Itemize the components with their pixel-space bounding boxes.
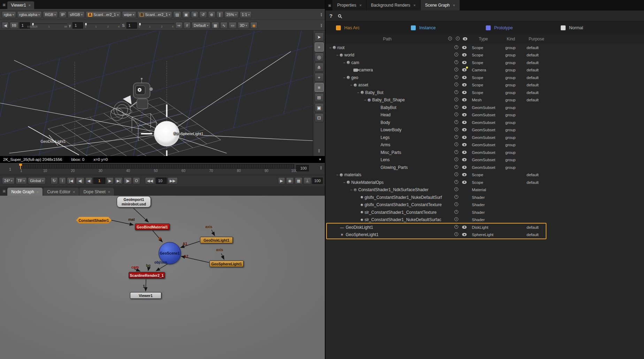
saturation-slider[interactable]: 0 1 2 4 — [138, 22, 174, 29]
more-toolbar-chevron-icon[interactable]: ∨∨ — [320, 13, 323, 16]
close-icon[interactable]: × — [413, 3, 415, 7]
stopwatch-icon[interactable] — [448, 37, 452, 41]
in-point-button[interactable]: I — [59, 177, 66, 184]
prev-frame-button[interactable]: ◀ — [85, 177, 92, 184]
playhead[interactable] — [20, 164, 21, 169]
view-mode-select[interactable]: 3D▾ — [238, 22, 249, 29]
time-toggle-icon[interactable] — [454, 45, 458, 50]
timeline-track[interactable] — [20, 164, 294, 169]
downrez-select[interactable]: Default▾ — [192, 22, 210, 29]
input-process-button[interactable]: IP — [59, 11, 67, 18]
visibility-toggle-icon[interactable] — [462, 142, 467, 147]
scene-graph-row[interactable]: slr_ConstantShader1_NukeDefaultSurfac Sh… — [325, 216, 644, 224]
visibility-toggle-icon[interactable] — [462, 112, 467, 117]
node-geoimport1[interactable]: GeoImport1 minirobot.usd — [117, 196, 151, 208]
scene-graph-row[interactable]: camera Camera group default — [325, 67, 644, 74]
roi-icon[interactable]: ▭ — [229, 22, 236, 29]
more-toolbar-chevron-icon[interactable]: ∨∨ — [320, 24, 323, 27]
skip-increment-icon[interactable]: ⇒ — [175, 22, 183, 29]
time-toggle-icon[interactable] — [454, 180, 458, 185]
stack-icon[interactable]: ▣ — [182, 11, 190, 18]
cliptest-icon[interactable]: ∿ — [220, 22, 228, 29]
scene-graph-row[interactable]: − cam Scope group default — [325, 59, 644, 67]
node-geodisklight1[interactable]: GeoDiskLight1 — [200, 237, 233, 243]
search-icon[interactable] — [338, 14, 341, 17]
node-geospherelight1[interactable]: GeoSphereLight1 — [209, 260, 244, 267]
tab-curve-editor[interactable]: Curve Editor× — [43, 188, 79, 196]
tf-select[interactable]: TF▾ — [16, 177, 27, 184]
list-icon[interactable]: ≣ — [191, 11, 198, 18]
ab-toggle-icon[interactable]: ● — [117, 13, 119, 16]
goto-start-button[interactable]: |◀ — [67, 177, 75, 184]
grid-icon[interactable]: ⊞ — [315, 93, 324, 102]
visibility-toggle-icon[interactable] — [462, 60, 467, 65]
help-button[interactable]: ? — [329, 13, 332, 19]
visibility-toggle-icon[interactable] — [462, 68, 467, 72]
panel-grip-icon[interactable]: ▣ — [2, 3, 6, 7]
scene-graph-row[interactable]: slr_ConstantShader1_ConstantTexture Shad… — [325, 209, 644, 216]
scene-graph-row[interactable]: LowerBody GeomSubset group — [325, 126, 644, 134]
time-toggle-icon[interactable] — [454, 187, 458, 192]
time-toggle-icon[interactable] — [454, 105, 458, 110]
scene-graph-row[interactable]: − asset Scope group default — [325, 81, 644, 89]
pixel-aspect-select[interactable]: 1:1▾ — [240, 11, 252, 18]
timeline-ruler[interactable]: 1102030405060708090100 — [20, 164, 294, 174]
play-button[interactable]: ▶ — [106, 177, 113, 184]
flipbook-button[interactable]: ▶ — [278, 177, 285, 184]
camera-lock-icon[interactable]: ◉ — [250, 22, 258, 29]
display-mode-icon[interactable]: ≡ — [315, 83, 324, 92]
time-toggle-icon[interactable] — [454, 127, 458, 132]
time-toggle-icon[interactable] — [454, 60, 458, 65]
gamma-slider[interactable]: 0 1 2 4 — [84, 22, 120, 29]
expander-icon[interactable]: − — [328, 46, 332, 50]
frame-all-icon[interactable]: ⊡ — [315, 113, 324, 122]
time-toggle-icon[interactable] — [454, 120, 458, 125]
close-icon[interactable]: × — [73, 190, 75, 194]
jump-back-button[interactable]: ◀◀ — [145, 177, 155, 184]
range-end-field2[interactable]: 100 — [312, 178, 323, 184]
prev-keyframe-button[interactable]: ◀| — [76, 177, 84, 184]
timeline-chevron-icon[interactable]: ∨∨ — [320, 166, 322, 170]
scene-graph-row[interactable]: Lens GeomSubset group — [325, 156, 644, 164]
scene-graph-row[interactable]: − ConstantShader1_NdkSurfaceShader Mater… — [325, 186, 644, 194]
current-frame-field[interactable]: 1 — [93, 178, 105, 184]
tab-viewer1[interactable]: Viewer1 × — [7, 1, 34, 9]
time-toggle-icon[interactable] — [454, 217, 458, 222]
scene-graph-row[interactable]: − Baby_Bot Scope group default — [325, 89, 644, 96]
image-plane-icon[interactable]: ▣ — [315, 103, 324, 112]
visibility-toggle-icon[interactable] — [462, 180, 467, 185]
visibility-toggle-icon[interactable] — [462, 135, 467, 140]
scene-graph-row[interactable]: Head GeomSubset group — [325, 111, 644, 119]
time-toggle-icon[interactable] — [454, 90, 458, 95]
time-toggle-icon[interactable] — [454, 210, 458, 215]
time-toggle-icon[interactable] — [454, 195, 458, 200]
lock-range-button[interactable]: ▦ — [295, 177, 302, 184]
tab-background-renders[interactable]: Background Renders× — [367, 0, 420, 10]
gamma-field[interactable]: 1 — [72, 22, 83, 29]
visibility-toggle-icon[interactable] — [462, 172, 467, 177]
expander-icon[interactable]: − — [335, 173, 339, 177]
expander-icon[interactable]: − — [342, 61, 346, 65]
visibility-toggle-icon[interactable] — [462, 150, 467, 155]
next-frame-button[interactable]: ▶| — [115, 177, 123, 184]
prev-view-button[interactable]: ◀ — [2, 22, 9, 29]
visibility-toggle-icon[interactable] — [462, 127, 467, 132]
node-constantshader1[interactable]: ConstantShader1 — [76, 217, 112, 224]
next-keyframe-button[interactable]: |▶ — [124, 177, 132, 184]
scene-graph-row[interactable]: Arms GeomSubset group — [325, 141, 644, 149]
node-scanlinerender2-1[interactable]: ScanlineRender2_1 — [129, 272, 165, 279]
3d-viewport[interactable]: GeoSphereLight1 GeoDiskLight1 2K_Super_3… — [0, 31, 313, 156]
more-tools-chevron-icon[interactable]: ∨∨ — [318, 149, 320, 153]
eye-icon[interactable] — [463, 37, 467, 41]
render-button[interactable]: ◉ — [286, 177, 294, 184]
close-icon[interactable]: × — [359, 3, 361, 7]
loop-mode-button[interactable]: ↻ — [51, 177, 58, 184]
column-kind[interactable]: Kind — [507, 37, 515, 41]
layer-select[interactable]: rgba▾ — [2, 11, 16, 18]
expander-icon[interactable]: − — [349, 188, 353, 192]
scene-graph-row[interactable]: — GeoDiskLight1 DiskLight default — [325, 224, 644, 231]
close-icon[interactable]: × — [453, 3, 455, 7]
range-end-field[interactable]: 100 — [296, 165, 309, 171]
time-toggle-icon[interactable] — [454, 75, 458, 80]
saturation-field[interactable]: 1 — [127, 22, 137, 29]
